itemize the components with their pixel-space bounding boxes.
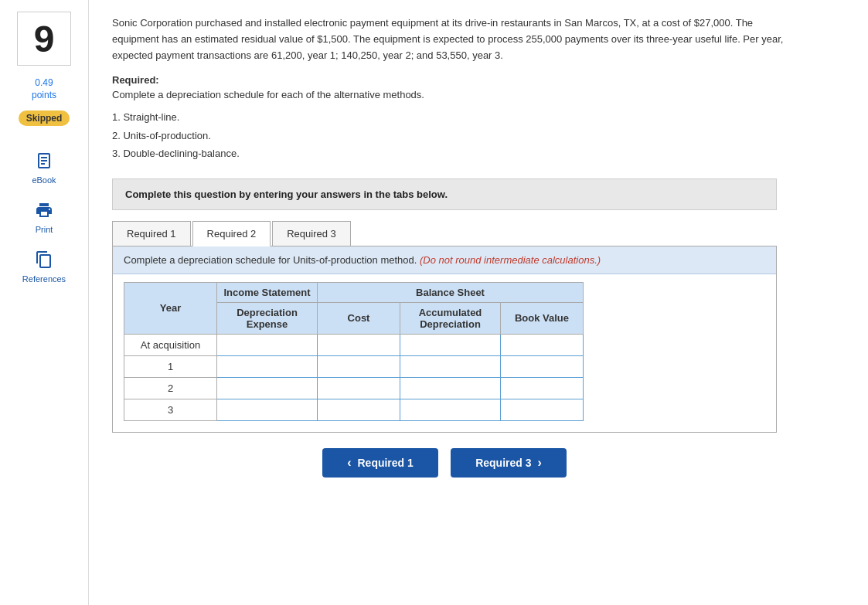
- table-header-row-1: Year Income Statement Balance Sheet: [124, 282, 584, 302]
- input-acc-dep-acquisition[interactable]: [416, 338, 485, 352]
- method-1: 1. Straight-line.: [112, 108, 845, 126]
- table-row: 1: [124, 355, 584, 377]
- next-arrow-icon: ›: [538, 456, 542, 470]
- row-cost-acquisition[interactable]: [318, 334, 400, 355]
- table-row: 2: [124, 377, 584, 399]
- input-cost-3[interactable]: [324, 403, 393, 416]
- status-badge: Skipped: [19, 110, 70, 126]
- input-book-val-acquisition[interactable]: [507, 338, 577, 352]
- question-number-box: 9: [17, 12, 71, 66]
- row-dep-exp-1[interactable]: [217, 355, 318, 377]
- points-text: points: [32, 90, 56, 100]
- method-3: 3. Double-declining-balance.: [112, 144, 845, 162]
- method-2: 2. Units-of-production.: [112, 127, 845, 144]
- sidebar-item-print[interactable]: Print: [32, 199, 56, 234]
- row-cost-1[interactable]: [318, 355, 400, 377]
- problem-text: Sonic Corporation purchased and installe…: [112, 15, 785, 63]
- input-book-val-1[interactable]: [507, 360, 577, 373]
- next-button-label: Required 3: [475, 457, 531, 469]
- book-value-header: Book Value: [501, 302, 584, 334]
- balance-sheet-header: Balance Sheet: [318, 282, 584, 302]
- cost-header: Cost: [318, 302, 400, 334]
- table-row: At acquisition: [124, 334, 584, 355]
- methods-list: 1. Straight-line. 2. Units-of-production…: [112, 108, 845, 162]
- main-content: Sonic Corporation purchased and installe…: [89, 0, 868, 605]
- ebook-label: eBook: [32, 175, 56, 185]
- input-cost-2[interactable]: [324, 382, 393, 395]
- print-label: Print: [36, 225, 53, 234]
- input-dep-exp-1[interactable]: [233, 360, 302, 373]
- print-icon: [32, 199, 56, 222]
- year-header: Year: [124, 282, 217, 334]
- book-icon: [32, 149, 56, 172]
- nav-buttons: ‹ Required 1 Required 3 ›: [112, 448, 777, 478]
- row-acc-dep-3[interactable]: [400, 399, 501, 420]
- row-acc-dep-2[interactable]: [400, 377, 501, 399]
- row-dep-exp-3[interactable]: [217, 399, 318, 420]
- row-year-1: 1: [124, 355, 217, 377]
- input-book-val-2[interactable]: [507, 382, 577, 395]
- input-cost-1[interactable]: [324, 360, 393, 373]
- input-acc-dep-2[interactable]: [416, 382, 485, 395]
- dep-expense-header: DepreciationExpense: [217, 302, 318, 334]
- question-number: 9: [34, 18, 55, 60]
- input-dep-exp-2[interactable]: [233, 382, 302, 395]
- input-book-val-3[interactable]: [507, 403, 577, 416]
- prev-arrow-icon: ‹: [347, 456, 351, 470]
- input-cost-acquisition[interactable]: [324, 338, 393, 352]
- sidebar-item-references[interactable]: References: [22, 248, 66, 284]
- tab-required3[interactable]: Required 3: [272, 221, 351, 246]
- references-label: References: [22, 274, 66, 284]
- instruction-box: Complete this question by entering your …: [112, 178, 777, 210]
- row-acc-dep-acquisition[interactable]: [400, 334, 501, 355]
- row-acc-dep-1[interactable]: [400, 355, 501, 377]
- table-wrapper: Year Income Statement Balance Sheet Depr…: [113, 274, 776, 432]
- input-acc-dep-1[interactable]: [416, 360, 485, 373]
- points-value: 0.49: [35, 77, 53, 88]
- row-cost-2[interactable]: [318, 377, 400, 399]
- required-label: Required:: [112, 74, 845, 86]
- tabs-container: Required 1 Required 2 Required 3: [112, 221, 777, 246]
- row-book-val-3[interactable]: [501, 399, 584, 420]
- next-button[interactable]: Required 3 ›: [451, 448, 567, 478]
- prev-button[interactable]: ‹ Required 1: [322, 448, 438, 478]
- tab-instruction-text: Complete a depreciation schedule for Uni…: [124, 254, 417, 266]
- row-dep-exp-2[interactable]: [217, 377, 318, 399]
- tab-instruction: Complete a depreciation schedule for Uni…: [113, 246, 776, 274]
- row-year-2: 2: [124, 377, 217, 399]
- row-cost-3[interactable]: [318, 399, 400, 420]
- row-year-3: 3: [124, 399, 217, 420]
- tab-required1[interactable]: Required 1: [112, 221, 191, 246]
- row-dep-exp-acquisition[interactable]: [217, 334, 318, 355]
- row-year-acquisition: At acquisition: [124, 334, 217, 355]
- instruction-text: Complete this question by entering your …: [125, 189, 448, 200]
- input-dep-exp-acquisition[interactable]: [233, 338, 302, 352]
- tab-content-area: Complete a depreciation schedule for Uni…: [112, 246, 777, 433]
- points-display: 0.49 points: [32, 77, 56, 101]
- sidebar-item-ebook[interactable]: eBook: [32, 149, 56, 185]
- input-acc-dep-3[interactable]: [416, 403, 485, 416]
- row-book-val-2[interactable]: [501, 377, 584, 399]
- prev-button-label: Required 1: [357, 457, 413, 469]
- sidebar: 9 0.49 points Skipped eBook: [0, 0, 89, 605]
- tab-warning-text: (Do not round intermediate calculations.…: [420, 254, 601, 266]
- input-dep-exp-3[interactable]: [233, 403, 302, 416]
- sidebar-tools: eBook Print References: [8, 149, 80, 284]
- table-row: 3: [124, 399, 584, 420]
- required-description: Complete a depreciation schedule for eac…: [112, 89, 845, 100]
- depreciation-table: Year Income Statement Balance Sheet Depr…: [124, 282, 584, 421]
- income-statement-header: Income Statement: [217, 282, 318, 302]
- row-book-val-acquisition[interactable]: [501, 334, 584, 355]
- row-book-val-1[interactable]: [501, 355, 584, 377]
- acc-dep-header: AccumulatedDepreciation: [400, 302, 501, 334]
- tab-required2[interactable]: Required 2: [192, 221, 271, 246]
- copy-icon: [32, 248, 56, 271]
